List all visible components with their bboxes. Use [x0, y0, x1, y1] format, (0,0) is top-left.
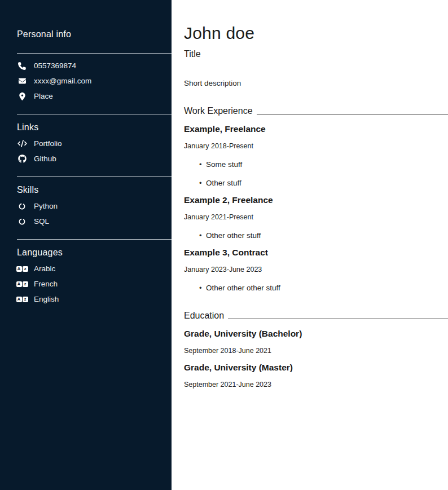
bullet-item: Some stuff	[199, 160, 448, 169]
education-entry-title: Grade, University (Master)	[184, 363, 448, 373]
work-entry-bullets: Other other stuff	[184, 231, 448, 240]
code-icon	[17, 140, 27, 147]
work-entry-bullets: Other other other stuff	[184, 284, 448, 292]
sidebar: Personal info 0557369874 xxxx@gmail.com …	[0, 0, 172, 490]
bullet-item: Other stuff	[199, 179, 448, 187]
education-entry: Grade, University (Master) September 202…	[184, 363, 448, 389]
education-entry: Grade, University (Bachelor) September 2…	[184, 329, 448, 355]
sidebar-divider	[17, 239, 172, 240]
sidebar-divider	[17, 176, 172, 177]
job-title: Title	[184, 49, 448, 59]
language-icon: Az	[17, 281, 27, 287]
sidebar-section-title-skills: Skills	[17, 185, 172, 195]
work-entry: Example 2, Freelance January 2021-Presen…	[184, 195, 448, 240]
github-link[interactable]: Github	[34, 154, 56, 163]
sidebar-section-title-languages: Languages	[17, 248, 172, 258]
language-icon: Az	[17, 297, 27, 302]
sidebar-section-title-personal-info: Personal info	[17, 29, 172, 39]
main-content: John doe Title Short description Work Ex…	[172, 0, 448, 490]
work-entry-title: Example 2, Freelance	[184, 195, 448, 205]
person-name: John doe	[184, 24, 448, 43]
section-rule	[228, 319, 448, 319]
language-item-arabic: Az Arabic	[17, 261, 172, 276]
resume-page: Personal info 0557369874 xxxx@gmail.com …	[0, 0, 448, 490]
email-address: xxxx@gmail.com	[34, 77, 91, 85]
work-entry-date: January 2021-Present	[184, 213, 448, 221]
work-entry: Example, Freelance January 2018-Present …	[184, 124, 448, 187]
work-entry-date: January 2023-June 2023	[184, 266, 448, 273]
phone-number: 0557369874	[34, 61, 76, 70]
circle-notch-icon	[17, 202, 27, 210]
work-experience-heading-label: Work Experience	[184, 106, 253, 116]
work-entry: Example 3, Contract January 2023-June 20…	[184, 248, 448, 292]
language-item-french: Az French	[17, 276, 172, 292]
section-rule	[257, 114, 448, 114]
circle-notch-icon	[17, 218, 27, 226]
education-entry-title: Grade, University (Bachelor)	[184, 329, 448, 339]
contact-item-email: xxxx@gmail.com	[17, 73, 172, 89]
short-description: Short description	[184, 79, 448, 87]
contact-item-phone: 0557369874	[17, 58, 172, 73]
sidebar-section-title-links: Links	[17, 122, 172, 133]
link-item-github[interactable]: Github	[17, 151, 172, 166]
portfolio-link[interactable]: Portfolio	[34, 139, 62, 148]
location-pin-icon	[17, 92, 27, 100]
work-entry-title: Example 3, Contract	[184, 248, 448, 258]
sidebar-divider	[17, 114, 172, 114]
skill-sql: SQL	[34, 217, 49, 226]
skill-item-sql: SQL	[17, 214, 172, 229]
bullet-item: Other other other stuff	[199, 284, 448, 292]
envelope-icon	[17, 77, 27, 85]
language-arabic: Arabic	[34, 264, 55, 273]
place-value: Place	[34, 92, 53, 100]
work-entry-bullets: Some stuff Other stuff	[184, 160, 448, 187]
language-french: French	[34, 280, 58, 288]
phone-icon	[17, 62, 27, 70]
education-heading-label: Education	[184, 311, 224, 321]
education-entry-date: September 2018-June 2021	[184, 347, 448, 355]
work-entry-title: Example, Freelance	[184, 124, 448, 134]
language-item-english: Az English	[17, 292, 172, 307]
skill-python: Python	[34, 202, 58, 210]
sidebar-divider	[17, 53, 172, 54]
section-heading-work-experience: Work Experience	[184, 106, 448, 116]
work-entry-date: January 2018-Present	[184, 142, 448, 150]
section-heading-education: Education	[184, 311, 448, 321]
link-item-portfolio[interactable]: Portfolio	[17, 136, 172, 151]
skill-item-python: Python	[17, 198, 172, 214]
bullet-item: Other other stuff	[199, 231, 448, 240]
education-entry-date: September 2021-June 2023	[184, 381, 448, 389]
contact-item-place: Place	[17, 89, 172, 104]
github-icon	[17, 154, 27, 163]
language-icon: Az	[17, 266, 27, 272]
language-english: English	[34, 295, 59, 303]
